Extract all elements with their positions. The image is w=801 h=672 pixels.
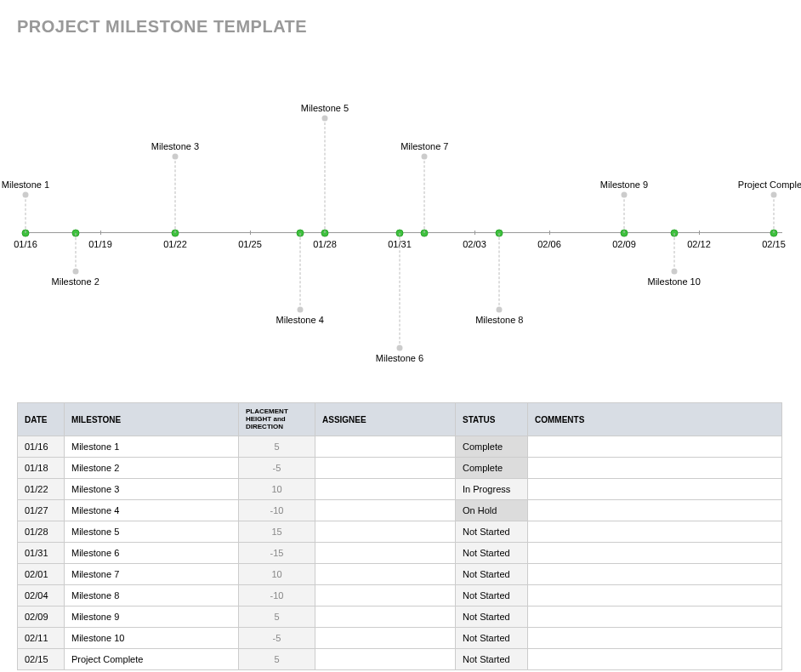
cell-milestone: Milestone 8 — [65, 585, 239, 607]
cell-milestone: Milestone 6 — [65, 543, 239, 564]
cell-comments — [528, 607, 782, 628]
milestone-timeline-chart: 01/1601/1901/2201/2501/2801/3102/0302/06… — [17, 88, 782, 360]
cell-milestone: Milestone 2 — [65, 458, 239, 479]
cell-milestone: Milestone 10 — [65, 628, 239, 649]
axis-tick-label: 02/09 — [612, 239, 636, 249]
table-row: 01/16Milestone 15Complete — [18, 436, 782, 458]
axis-tick-label: 02/15 — [762, 239, 786, 249]
milestone-table: DATE MILESTONE PLACEMENT HEIGHT and DIRE… — [17, 402, 782, 670]
table-row: 02/01Milestone 710Not Started — [18, 564, 782, 585]
milestone-stem — [75, 233, 76, 271]
cell-status: Not Started — [456, 607, 528, 628]
milestone-label: Milestone 4 — [276, 315, 324, 325]
milestone-stem — [325, 118, 326, 233]
header-date: DATE — [18, 403, 65, 436]
milestone-stem — [400, 233, 400, 348]
milestone-stem — [26, 195, 26, 233]
cell-placement: -5 — [239, 458, 315, 479]
axis-tick-label: 02/03 — [463, 239, 486, 249]
milestone-label: Milestone 6 — [376, 353, 423, 363]
header-milestone: MILESTONE — [65, 403, 239, 436]
cell-status: Not Started — [456, 543, 528, 564]
cell-assignee — [315, 479, 456, 500]
cell-assignee — [315, 543, 456, 564]
cell-date: 02/11 — [18, 628, 65, 649]
cell-milestone: Milestone 9 — [65, 607, 239, 628]
cell-comments — [528, 479, 782, 500]
cell-placement: -10 — [239, 585, 315, 607]
milestone-label: Milestone 1 — [2, 179, 49, 190]
cell-date: 02/04 — [18, 585, 65, 607]
axis-tick — [549, 231, 550, 235]
cell-placement: -10 — [239, 500, 315, 521]
milestone-label: Milestone 9 — [600, 179, 648, 190]
cell-comments — [528, 649, 782, 670]
cell-date: 02/01 — [18, 564, 65, 585]
cell-placement: 5 — [239, 436, 315, 458]
header-assignee: ASSIGNEE — [315, 403, 456, 436]
milestone-end-dot — [297, 306, 303, 312]
cell-assignee — [315, 521, 456, 543]
cell-comments — [528, 436, 782, 458]
table-row: 01/31Milestone 6-15Not Started — [18, 543, 782, 564]
milestone-end-dot — [72, 268, 78, 274]
cell-date: 01/27 — [18, 500, 65, 521]
cell-status: Not Started — [456, 585, 528, 607]
header-placement: PLACEMENT HEIGHT and DIRECTION — [239, 403, 315, 436]
milestone-stem — [175, 157, 176, 233]
cell-status: Not Started — [456, 649, 528, 670]
milestone-stem — [499, 233, 500, 310]
cell-comments — [528, 458, 782, 479]
cell-placement: -5 — [239, 628, 315, 649]
axis-tick — [100, 231, 101, 235]
cell-milestone: Milestone 1 — [65, 436, 239, 458]
cell-status: Not Started — [456, 564, 528, 585]
table-row: 02/09Milestone 95Not Started — [18, 607, 782, 628]
table-row: 01/22Milestone 310In Progress — [18, 479, 782, 500]
cell-status: Complete — [456, 436, 528, 458]
cell-assignee — [315, 607, 456, 628]
axis-tick-label: 01/19 — [88, 239, 112, 249]
milestone-stem — [774, 195, 775, 233]
cell-placement: 5 — [239, 649, 315, 670]
cell-milestone: Milestone 5 — [65, 521, 239, 543]
header-status: STATUS — [456, 403, 528, 436]
cell-assignee — [315, 628, 456, 649]
axis-tick-label: 01/28 — [313, 239, 337, 249]
cell-comments — [528, 628, 782, 649]
table-row: 01/27Milestone 4-10On Hold — [18, 500, 782, 521]
milestone-end-dot — [497, 306, 503, 312]
milestone-label: Milestone 5 — [301, 103, 349, 113]
cell-milestone: Milestone 3 — [65, 479, 239, 500]
cell-date: 02/09 — [18, 607, 65, 628]
table-row: 01/18Milestone 2-5Complete — [18, 458, 782, 479]
cell-milestone: Milestone 7 — [65, 564, 239, 585]
axis-tick-label: 01/16 — [14, 239, 37, 249]
cell-date: 01/22 — [18, 479, 65, 500]
cell-status: On Hold — [456, 500, 528, 521]
cell-status: Complete — [456, 458, 528, 479]
cell-date: 02/15 — [18, 649, 65, 670]
milestone-stem — [299, 233, 300, 310]
axis-tick — [699, 231, 700, 235]
cell-status: Not Started — [456, 628, 528, 649]
cell-date: 01/28 — [18, 521, 65, 543]
milestone-label: Milestone 8 — [475, 315, 523, 325]
cell-placement: 10 — [239, 564, 315, 585]
header-comments: COMMENTS — [528, 403, 782, 436]
milestone-end-dot — [322, 115, 328, 121]
cell-date: 01/31 — [18, 543, 65, 564]
axis-tick — [250, 231, 251, 235]
cell-assignee — [315, 436, 456, 458]
page-title: PROJECT MILESTONE TEMPLATE — [17, 17, 784, 37]
cell-assignee — [315, 564, 456, 585]
milestone-end-dot — [671, 268, 677, 274]
table-row: 02/15Project Complete5Not Started — [18, 649, 782, 670]
table-row: 02/11Milestone 10-5Not Started — [18, 628, 782, 649]
cell-comments — [528, 585, 782, 607]
milestone-stem — [673, 233, 674, 271]
timeline-axis — [26, 232, 782, 233]
milestone-end-dot — [397, 345, 403, 350]
milestone-end-dot — [622, 191, 628, 197]
cell-comments — [528, 564, 782, 585]
